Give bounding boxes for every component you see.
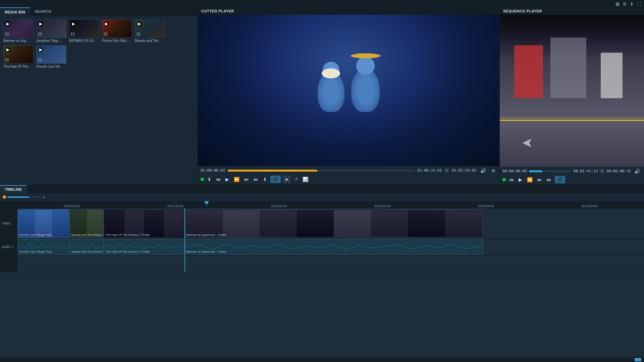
play-icon[interactable]: ▶ xyxy=(5,21,10,26)
audio2-track-label xyxy=(0,255,17,272)
cutter-progress-bar[interactable] xyxy=(228,170,415,172)
download-icon[interactable]: ⬇ xyxy=(630,1,634,6)
media-thumbnail[interactable]: ▶ 🎞 xyxy=(36,19,66,38)
list-item[interactable]: ▶ 🎞 The Fate Of The... xyxy=(3,45,34,68)
list-item[interactable]: ▶ 🎞 Beauty and The... xyxy=(135,19,165,43)
list-item[interactable]: ▶ 🎞 Promo Film Ran... xyxy=(102,19,132,43)
media-thumbnail[interactable]: ▶ 🎞 xyxy=(102,19,132,38)
tab-search[interactable]: SEARCH xyxy=(30,7,56,16)
cutter-timecode-middle: 01:00:31:01 xyxy=(417,168,442,173)
cutter-loop-button[interactable]: ↺ xyxy=(293,176,299,182)
list-item[interactable]: ▶ 🎞 Batman vs Sup... xyxy=(3,19,34,43)
audio-clip-fate[interactable]: The Fate Of The Furious 2 Trailer xyxy=(104,239,184,255)
cutter-mark-in-button[interactable]: ⬇ xyxy=(206,176,213,183)
video-display xyxy=(198,15,499,166)
video-clip-beauty[interactable]: Beauty and The Beast T... xyxy=(70,209,103,238)
cutter-progress-fill xyxy=(228,170,318,172)
play-icon[interactable]: ▶ xyxy=(137,21,142,26)
layout-icon[interactable]: ▦ xyxy=(615,1,620,6)
video-track-label: Video xyxy=(0,208,17,238)
cutter-timecode-out: 01:01:59:02 xyxy=(452,168,476,173)
cutter-volume-button[interactable]: 🔊 xyxy=(479,167,487,174)
seq-controls-row: ⏮ ▶ ⏩ ⏭ ⏭ ⬛ xyxy=(502,176,641,183)
audio1-track-content[interactable]: Smurfs Lost Village Trail... Beauty and … xyxy=(17,239,644,255)
ruler-playhead xyxy=(204,201,209,205)
timeline-scrollbar[interactable] xyxy=(0,357,644,362)
video-clip-smurfs[interactable]: Smurfs Lost Village Trail... xyxy=(17,209,69,238)
seq-progress-bar[interactable] xyxy=(529,170,571,172)
list-item[interactable]: ▶ 🎞 BATMAN VS SU... xyxy=(69,19,99,43)
ruler-mark-0: 00:00:00:00 xyxy=(20,204,124,208)
zoom-slider[interactable] xyxy=(3,195,41,199)
grid-icon[interactable]: ⊞ xyxy=(623,1,627,6)
film-icon: 🎞 xyxy=(104,32,107,36)
media-thumbnail[interactable]: ▶ 🎞 xyxy=(3,19,34,38)
tab-media-bin[interactable]: MEDIA BIN xyxy=(0,7,30,16)
audio-clip-batman[interactable]: Batman vs Superman - Trailer xyxy=(184,239,483,255)
seq-fast-fwd-button[interactable]: ⏭ xyxy=(536,176,543,183)
cutter-blue-btn[interactable]: ⬛ xyxy=(270,176,281,183)
frame-thumb xyxy=(223,210,260,237)
media-label: Promo Film Ran... xyxy=(102,39,132,43)
cutter-mark-out-button[interactable]: ⬇ xyxy=(262,176,268,183)
play-icon[interactable]: ▶ xyxy=(5,47,10,52)
cutter-timecode-edit[interactable]: ✎ xyxy=(444,168,449,173)
cutter-player-video[interactable] xyxy=(198,15,499,166)
tab-timeline[interactable]: TIMELINE xyxy=(0,185,26,193)
cutter-controls-row: ⬇ ⏮ ▶ ⏩ ⏭ ⏭ ⬇ ⬛ ➤ ↺ 📊 xyxy=(201,175,497,183)
seq-prev-button[interactable]: ⏮ xyxy=(508,176,515,183)
audio-clip-label: Smurfs Lost Village Trail... xyxy=(19,250,54,253)
cutter-player-title: CUTTER PLAYER xyxy=(198,7,499,15)
frame-thumb xyxy=(144,210,164,237)
media-thumbnail[interactable]: ▶ 🎞 xyxy=(36,45,66,64)
cutter-step-fwd-button[interactable]: ⏩ xyxy=(232,176,241,183)
scrollbar-thumb[interactable] xyxy=(635,358,641,361)
play-icon[interactable]: ▶ xyxy=(38,47,43,52)
timeline-playhead-audio2 xyxy=(184,255,185,272)
audio1-track-label: Audio 1 xyxy=(0,239,17,255)
media-grid: ▶ 🎞 Batman vs Sup... ▶ 🎞 Jonathan Tepp..… xyxy=(0,16,198,72)
cutter-play-button[interactable]: ▶ xyxy=(224,176,230,183)
audio2-track-content[interactable] xyxy=(17,255,644,272)
seq-timecode-edit[interactable]: ✎ xyxy=(600,169,604,174)
film-icon: 🎞 xyxy=(137,32,140,36)
zoom-plus-icon[interactable]: + xyxy=(42,194,45,200)
cutter-player-controls: 01:00:00:02 01:00:31:01 ✎ 01:01:59:02 🔊 … xyxy=(198,166,499,185)
audio-clip-beauty[interactable]: Beauty and The Beast T... xyxy=(70,239,103,255)
list-item[interactable]: ▶ 🎞 Smurfs Lost Vill... xyxy=(36,45,66,68)
clip-label: The Fate Of The Furious 2 Trailer xyxy=(105,233,150,237)
seq-next-button[interactable]: ⏭ xyxy=(545,176,553,183)
video-clip-fate[interactable]: The Fate Of The Furious 2 Trailer xyxy=(104,209,184,238)
cutter-prev-button[interactable]: ⏮ xyxy=(215,176,222,183)
video-track-content[interactable]: Smurfs Lost Village Trail... Beauty and … xyxy=(17,208,644,238)
sequence-player-title: SEQUENCE PLAYER xyxy=(500,7,644,15)
sequence-player-panel: SEQUENCE PLAYER ➤ 00:00:00:00 00:01:41:1… xyxy=(500,7,644,185)
cutter-stats-button[interactable]: 📊 xyxy=(301,176,310,183)
seq-step-fwd-button[interactable]: ⏩ xyxy=(526,176,534,183)
cutter-status-dot xyxy=(201,178,204,181)
sequence-player-video[interactable]: ➤ xyxy=(500,15,644,167)
cutter-fast-fwd-button[interactable]: ⏭ xyxy=(243,176,250,183)
media-label: The Fate Of The... xyxy=(3,65,34,68)
seq-volume-button[interactable]: 🔊 xyxy=(633,168,641,175)
cutter-send-button[interactable]: ➤ xyxy=(283,175,291,183)
zoom-handle[interactable] xyxy=(3,195,6,199)
top-bar: ▦ ⊞ ⬇ ⛶ xyxy=(0,0,644,7)
cutter-next-button[interactable]: ⏭ xyxy=(252,176,260,183)
play-icon[interactable]: ▶ xyxy=(38,21,43,26)
video-clip-batman[interactable]: Batman vs Superman - Trailer xyxy=(184,209,483,238)
play-icon[interactable]: ▶ xyxy=(71,21,76,26)
seq-play-button[interactable]: ▶ xyxy=(517,176,524,183)
media-thumbnail[interactable]: ▶ 🎞 xyxy=(69,19,99,38)
fullscreen-icon[interactable]: ⛶ xyxy=(637,1,641,6)
frame-thumb xyxy=(35,210,52,237)
play-icon[interactable]: ▶ xyxy=(104,21,109,26)
audio-clip-smurfs[interactable]: Smurfs Lost Village Trail... xyxy=(17,239,69,255)
media-thumbnail[interactable]: ▶ 🎞 xyxy=(135,19,165,38)
media-thumbnail[interactable]: ▶ 🎞 xyxy=(3,45,34,64)
zoom-track[interactable] xyxy=(7,196,41,198)
cutter-waveform-button[interactable]: ≋ xyxy=(490,167,497,174)
seq-timecode-middle: 00:01:41:13 xyxy=(573,169,598,173)
seq-blue-btn[interactable]: ⬛ xyxy=(555,176,565,183)
list-item[interactable]: ▶ 🎞 Jonathan Tepp... xyxy=(36,19,66,43)
